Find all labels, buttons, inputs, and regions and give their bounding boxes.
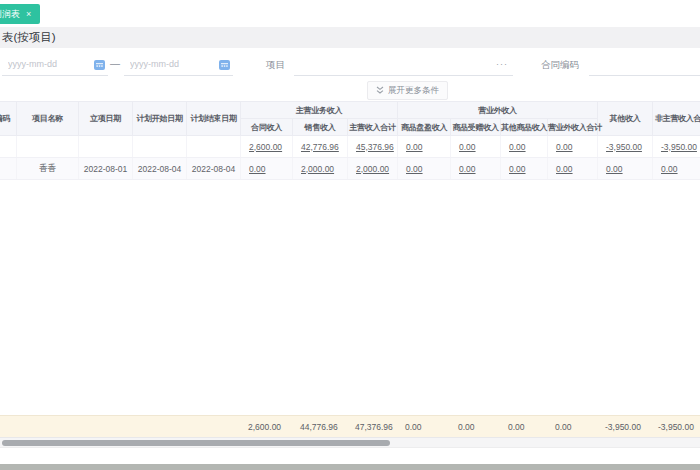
summary-amount: 47,376.96 [347,416,397,437]
tab-close-icon[interactable]: × [26,10,31,19]
project-code-cell [0,158,17,180]
report-table-area: 编码 项目名称 立项日期 计划开始日期 计划结束日期 主营业务收入 营业外收入 … [0,101,700,180]
amount-link[interactable]: 0.00 [548,158,598,180]
summary-empty-cell [16,416,78,437]
col-header-other-goods-income: 其他商品收入 [501,119,548,136]
amount-link[interactable]: 0.00 [451,136,501,158]
amount-link[interactable]: 0.00 [598,158,653,180]
contract-code-label: 合同编码 [541,59,579,72]
project-input[interactable] [294,59,496,69]
plan-end-date-cell [187,136,241,158]
summary-table: 2,600.00 44,776.96 47,376.96 0.00 0.00 0… [0,416,700,437]
summary-amount: 44,776.96 [292,416,347,437]
tab-bar: 利润表 × [0,0,700,27]
project-name-cell: 香香 [17,158,79,180]
project-label: 项目 [266,59,285,72]
filing-date-cell: 2022-08-01 [79,158,133,180]
amount-link[interactable]: 0.00 [398,158,451,180]
summary-amount: 0.00 [450,416,500,437]
summary-empty-cell [0,416,16,437]
col-header-project-name: 项目名称 [17,102,79,136]
amount-link[interactable]: 0.00 [548,136,598,158]
col-header-non-operating-income-total: 营业外收入合计 [548,119,598,136]
summary-amount: 0.00 [547,416,597,437]
double-chevron-down-icon [376,86,384,95]
report-window: 利润表 × 表(按项目) — [0,0,700,470]
page-title: 表(按项目) [2,30,56,45]
contract-code-input[interactable] [589,59,700,69]
summary-amount: 2,600.00 [240,416,292,437]
col-header-main-income-total: 主营收入合计 [348,119,398,136]
plan-start-date-cell [133,136,187,158]
amount-link[interactable]: 2,000.00 [348,158,398,180]
col-header-goods-donated-income: 商品受赠收入 [451,119,501,136]
amount-link[interactable]: 2,600.00 [241,136,293,158]
calendar-icon[interactable] [94,59,105,70]
tab-income-statement[interactable]: 利润表 × [0,4,40,24]
tab-label: 利润表 [0,8,20,21]
amount-link[interactable]: 0.00 [653,158,700,180]
summary-empty-cell [186,416,240,437]
filing-date-cell [79,136,133,158]
amount-link[interactable]: 0.00 [501,136,548,158]
summary-amount: 0.00 [500,416,547,437]
project-code-cell [0,136,17,158]
amount-link[interactable]: 42,776.96 [293,136,348,158]
group-header-non-operating-income: 营业外收入 [398,102,598,119]
amount-link[interactable]: 0.00 [241,158,293,180]
amount-link[interactable]: -3,950.00 [598,136,653,158]
col-header-non-main-income-total: 非主营收入合计 [653,102,700,136]
expand-row: 展开更多条件 [0,80,700,100]
col-header-sales-income: 销售收入 [293,119,348,136]
col-header-filing-date: 立项日期 [79,102,133,136]
date-start-input[interactable] [2,59,80,69]
bottom-bar [0,464,700,470]
amount-link[interactable]: 2,000.00 [293,158,348,180]
summary-empty-cell [78,416,132,437]
group-header-main-business-income: 主营业务收入 [241,102,398,119]
plan-start-date-cell: 2022-08-04 [133,158,187,180]
expand-more-label: 展开更多条件 [388,85,439,97]
summary-amount: -3,950.00 [597,416,652,437]
contract-code-field[interactable]: ··· [589,53,700,76]
date-start-field[interactable] [2,53,108,76]
expand-more-button[interactable]: 展开更多条件 [367,81,448,100]
summary-amount: -3,950.00 [652,416,700,437]
plan-end-date-cell: 2022-08-04 [187,158,241,180]
col-header-goods-surplus-income: 商品盘盈收入 [398,119,451,136]
amount-link[interactable]: -3,950.00 [653,136,700,158]
filter-bar: — 项目 ··· 合同编码 ··· [0,48,700,80]
report-table: 编码 项目名称 立项日期 计划开始日期 计划结束日期 主营业务收入 营业外收入 … [0,101,700,180]
table-row-project: 香香 2022-08-01 2022-08-04 2022-08-04 0.00… [0,158,700,180]
summary-row: 2,600.00 44,776.96 47,376.96 0.00 0.00 0… [0,415,700,438]
calendar-icon[interactable] [219,59,230,70]
footer-area [0,447,700,465]
title-band: 表(按项目) [0,27,700,48]
project-picker-dots-icon[interactable]: ··· [496,59,510,69]
amount-link[interactable]: 45,376.96 [348,136,398,158]
col-header-plan-start-date: 计划开始日期 [133,102,187,136]
col-header-plan-end-date: 计划结束日期 [187,102,241,136]
project-name-cell [17,136,79,158]
col-header-contract-income: 合同收入 [241,119,293,136]
project-field[interactable]: ··· [294,53,513,76]
amount-link[interactable]: 0.00 [501,158,548,180]
summary-amount: 0.00 [397,416,450,437]
date-range-separator: — [110,58,120,69]
date-end-input[interactable] [124,59,202,69]
summary-empty-cell [132,416,186,437]
amount-link[interactable]: 0.00 [451,158,501,180]
col-header-other-income: 其他收入 [598,102,653,136]
scrollbar-thumb[interactable] [2,440,390,446]
table-row-total: 2,600.00 42,776.96 45,376.96 0.00 0.00 0… [0,136,700,158]
col-header-project-code: 编码 [0,102,17,136]
amount-link[interactable]: 0.00 [398,136,451,158]
date-end-field[interactable] [124,53,233,76]
